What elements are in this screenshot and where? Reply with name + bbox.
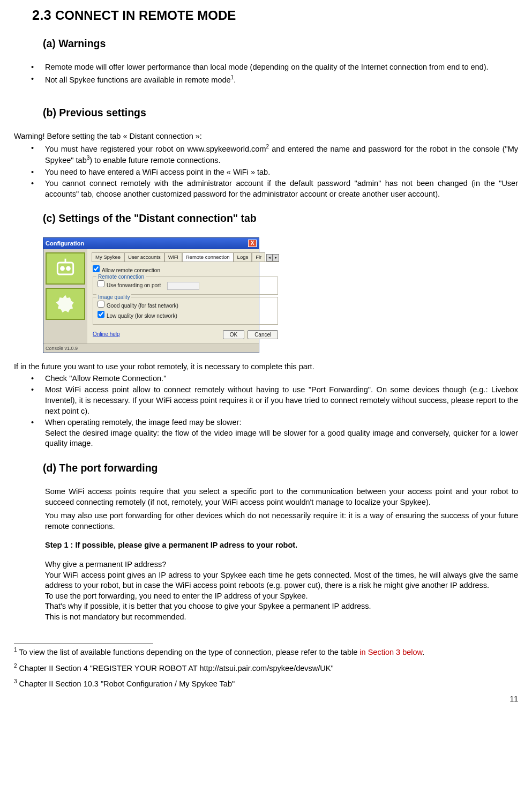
tab-scroll: ◂ ▸ [266,254,279,262]
footnotes: 1 To view the list of available function… [14,646,518,689]
config-main: My Spykee User accounts WiFi Remote conn… [87,249,283,344]
low-quality-row[interactable]: Low quality (for slow network) [98,313,177,319]
bullets-c: Check "Allow Remote Connection." Most Wi… [29,374,518,449]
svg-point-1 [61,267,64,270]
config-window: Configuration X My Spykee User accounts … [43,237,259,354]
bullet-b-2: You need to have entered a WiFi access p… [29,167,518,178]
bullet-a-1: Remote mode will offer lower performance… [29,62,518,73]
footnote-rule [14,644,153,644]
section-title: 2.3 CONNECT IN REMOTE MODE [32,6,518,25]
tab-wifi[interactable]: WiFi [164,252,182,262]
config-tabs: My Spykee User accounts WiFi Remote conn… [92,252,279,263]
tab-firmware[interactable]: Fir [252,252,265,262]
close-icon[interactable]: X [248,240,257,247]
tab-scroll-right-icon[interactable]: ▸ [273,254,279,262]
subheading-c: (c) Settings of the "Distant connection"… [43,211,518,225]
section-number: 2.3 [32,8,51,23]
settings-icon[interactable] [46,288,85,320]
d-para-1: Some WiFi access points require that you… [45,487,518,507]
config-sidebar [43,249,87,344]
subheading-a: (a) Warnings [43,36,518,50]
group-remote-title: Remote connection [96,273,146,281]
ok-button[interactable]: OK [223,330,244,340]
footnote-3: 3 Chapter II Section 10.3 "Robot Configu… [14,678,518,689]
svg-point-2 [67,267,70,270]
bullet-c-2: Most WiFi access point allow to connect … [29,385,518,416]
bullet-c-1: Check "Allow Remote Connection." [29,374,518,384]
bullet-c-3: When operating remotely, the image feed … [29,417,518,449]
tab-user-accounts[interactable]: User accounts [124,252,164,262]
bullets-b: You must have registered your robot on w… [29,143,518,199]
d-para-2: You may also use port forwarding for oth… [45,511,518,532]
bullet-b-3: You cannot connect remotely with the adm… [29,178,518,199]
robot-icon[interactable] [46,252,85,285]
bullets-a: Remote mode will offer lower performance… [29,62,518,85]
group-image-quality: Image quality Good quality (for fast net… [93,297,278,325]
online-help-link[interactable]: Online help [93,331,120,338]
group-image-title: Image quality [96,294,131,301]
footnote-1: 1 To view the list of available function… [14,646,518,658]
config-title: Configuration [46,240,84,248]
warning-intro: Warning! Before setting the tab « Distan… [14,131,518,142]
svg-rect-0 [57,263,73,274]
tab-logs[interactable]: Logs [234,252,252,262]
subheading-d: (d) The port forwarding [43,461,518,475]
config-footer: Console v1.0.9 [43,344,259,353]
tab-scroll-left-icon[interactable]: ◂ [266,254,273,262]
page-number: 11 [14,694,518,704]
allow-remote-checkbox[interactable] [93,265,100,272]
allow-remote-row[interactable]: Allow remote connection [93,267,160,273]
good-quality-row[interactable]: Good quality (for fast network) [98,303,178,309]
subheading-b: (b) Previous settings [43,106,518,120]
d-step1: Step 1 : If possible, please give a perm… [45,540,518,551]
config-titlebar: Configuration X [43,238,259,249]
use-forwarding-row[interactable]: Use forwarding on port [98,282,199,288]
group-remote-connection: Remote connection Use forwarding on port [93,277,278,295]
bullet-b-1: You must have registered your robot on w… [29,143,518,166]
footnote-2: 2 Chapter II Section 4 "REGISTER YOUR RO… [14,662,518,674]
c-intro: If in the future you want to use your ro… [14,362,518,372]
use-forwarding-checkbox[interactable] [98,280,104,287]
tab-my-spykee[interactable]: My Spykee [92,252,124,262]
bullet-a-2: Not all Spykee functions are available i… [29,74,518,85]
port-input[interactable] [167,282,199,290]
d-question: Why give a permanent IP address? [45,559,518,570]
section-text: CONNECT IN REMOTE MODE [51,8,236,23]
d-para-6: This is not mandatory but recommended. [45,612,518,623]
good-quality-checkbox[interactable] [98,301,104,308]
tab-remote-connection[interactable]: Remote connection [182,252,234,262]
d-para-5: That's why if possible, it is better tha… [45,601,518,612]
d-para-3: Your WiFi access point gives an IP adres… [45,570,518,591]
d-para-4: To use the port forwarding, you need to … [45,591,518,602]
cancel-button[interactable]: Cancel [248,330,278,340]
low-quality-checkbox[interactable] [98,311,104,318]
